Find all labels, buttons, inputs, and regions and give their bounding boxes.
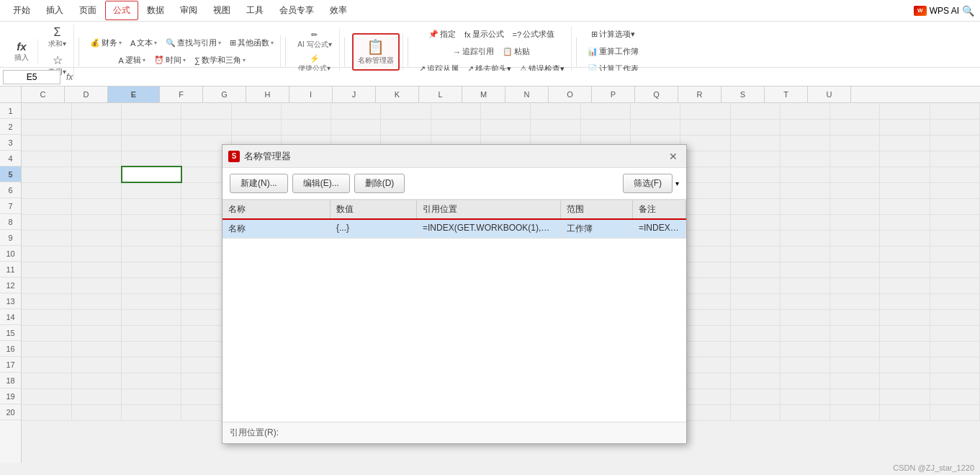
new-button[interactable]: 新建(N)...: [230, 174, 288, 193]
cell-c6[interactable]: [22, 182, 71, 198]
cell-t4[interactable]: [880, 151, 930, 167]
cell-reference-input[interactable]: [3, 70, 60, 84]
menu-data[interactable]: 数据: [140, 1, 171, 19]
cell-j2[interactable]: [381, 119, 431, 135]
cell-n2[interactable]: [580, 119, 630, 135]
cell-u3[interactable]: [930, 135, 979, 151]
col-header-i[interactable]: I: [289, 86, 333, 102]
cell-k1[interactable]: [431, 103, 480, 119]
cell-g2[interactable]: [231, 119, 281, 135]
search-icon[interactable]: 🔍: [962, 5, 974, 17]
cell-s3[interactable]: [830, 135, 880, 151]
cell-s5[interactable]: [830, 167, 880, 182]
col-header-ref[interactable]: 引用位置: [417, 200, 561, 218]
menu-formula[interactable]: 公式: [105, 1, 138, 20]
filter-button[interactable]: 筛选(F): [623, 174, 673, 193]
cell-t2[interactable]: [880, 119, 930, 135]
col-header-f[interactable]: F: [160, 86, 203, 102]
cell-t1[interactable]: [880, 103, 930, 119]
menu-review[interactable]: 审阅: [173, 1, 204, 19]
cell-k2[interactable]: [431, 119, 480, 135]
cell-s1[interactable]: [830, 103, 880, 119]
cell-d2[interactable]: [71, 119, 121, 135]
paste-btn[interactable]: 📋 粘贴: [499, 44, 534, 60]
cell-s2[interactable]: [830, 119, 880, 135]
cell-q3[interactable]: [730, 135, 780, 151]
cell-q2[interactable]: [730, 119, 780, 135]
dialog-close-button[interactable]: ✕: [666, 149, 680, 164]
cell-m2[interactable]: [531, 119, 580, 135]
cell-i2[interactable]: [331, 119, 381, 135]
cell-e3[interactable]: [122, 135, 181, 151]
cell-r4[interactable]: [780, 151, 830, 167]
cell-q4[interactable]: [730, 151, 780, 167]
cell-c1[interactable]: [22, 103, 71, 119]
menu-page[interactable]: 页面: [72, 1, 104, 19]
cell-d5[interactable]: [71, 167, 121, 182]
cell-u1[interactable]: [930, 103, 979, 119]
cell-e2[interactable]: [122, 119, 181, 135]
calc-options-btn[interactable]: ⊞ 计算选项▾: [588, 27, 639, 43]
dialog-table-row[interactable]: 名称 {...} =INDEX(GET.WORKBOOK(1),R... 工作簿…: [222, 220, 686, 239]
menu-tools[interactable]: 工具: [239, 1, 271, 19]
eval-formula-btn[interactable]: =? 公式求值: [509, 27, 559, 43]
col-header-o[interactable]: O: [549, 86, 592, 102]
col-header-s[interactable]: S: [721, 86, 765, 102]
col-header-name[interactable]: 名称: [222, 200, 331, 218]
cell-s4[interactable]: [830, 151, 880, 167]
cell-l1[interactable]: [481, 103, 531, 119]
recalc-workbook-btn[interactable]: 📊 重算工作簿: [584, 44, 642, 60]
cell-l2[interactable]: [481, 119, 531, 135]
col-header-d[interactable]: D: [65, 86, 108, 102]
cell-o1[interactable]: [630, 103, 680, 119]
menu-view[interactable]: 视图: [206, 1, 238, 19]
cell-i1[interactable]: [331, 103, 381, 119]
cell-t3[interactable]: [880, 135, 930, 151]
cell-p4[interactable]: [680, 151, 730, 167]
filter-dropdown-arrow[interactable]: ▾: [675, 179, 679, 187]
cell-r5[interactable]: [780, 167, 830, 182]
delete-button[interactable]: 删除(D): [354, 174, 405, 193]
col-header-m[interactable]: M: [462, 86, 505, 102]
cell-q1[interactable]: [730, 103, 780, 119]
text-btn[interactable]: A 文本 ▾: [127, 35, 161, 51]
time-btn[interactable]: ⏰ 时间 ▾: [150, 53, 189, 68]
cell-r3[interactable]: [780, 135, 830, 151]
col-header-h[interactable]: H: [246, 86, 289, 102]
col-header-p[interactable]: P: [592, 86, 635, 102]
cell-u2[interactable]: [930, 119, 979, 135]
cell-p3[interactable]: [680, 135, 730, 151]
col-header-scope[interactable]: 范围: [561, 200, 633, 218]
cell-g1[interactable]: [231, 103, 281, 119]
cell-u4[interactable]: [930, 151, 979, 167]
cell-d4[interactable]: [71, 151, 121, 167]
trace-precedent-btn[interactable]: → 追踪引用: [449, 44, 498, 60]
col-header-e[interactable]: E: [108, 86, 160, 102]
cell-m1[interactable]: [531, 103, 580, 119]
col-header-t[interactable]: T: [765, 86, 808, 102]
col-header-l[interactable]: L: [419, 86, 462, 102]
name-manager-btn[interactable]: 📋 名称管理器: [352, 33, 400, 71]
col-header-r[interactable]: R: [678, 86, 721, 102]
ai-formula-btn[interactable]: ✏ AI 写公式▾: [293, 29, 336, 51]
col-header-g[interactable]: G: [203, 86, 246, 102]
formula-input[interactable]: [78, 71, 977, 84]
col-header-note[interactable]: 备注: [633, 200, 686, 218]
edit-button[interactable]: 编辑(E)...: [292, 174, 350, 193]
col-header-j[interactable]: J: [333, 86, 376, 102]
cell-d3[interactable]: [71, 135, 121, 151]
menu-insert[interactable]: 插入: [39, 1, 71, 19]
other-functions-btn[interactable]: ⊞ 其他函数 ▾: [226, 35, 277, 51]
finance-btn[interactable]: 💰 财务 ▾: [86, 35, 125, 51]
cell-h1[interactable]: [281, 103, 331, 119]
cell-d1[interactable]: [71, 103, 121, 119]
cell-h2[interactable]: [281, 119, 331, 135]
insert-function-btn[interactable]: fx 插入: [9, 39, 35, 64]
cell-u5[interactable]: [930, 167, 979, 182]
cell-c5[interactable]: [22, 167, 71, 182]
math-btn[interactable]: ∑ 数学和三角 ▾: [191, 53, 249, 68]
menu-efficiency[interactable]: 效率: [323, 1, 354, 19]
cell-j1[interactable]: [381, 103, 431, 119]
show-formula-btn[interactable]: fx 显示公式: [461, 27, 508, 43]
cell-c4[interactable]: [22, 151, 71, 167]
